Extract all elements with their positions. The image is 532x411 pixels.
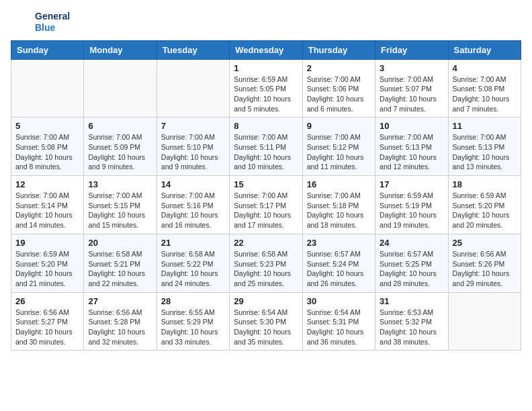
day-number: 1 — [234, 63, 298, 73]
day-number: 24 — [380, 238, 443, 248]
weekday-header-friday: Friday — [375, 40, 448, 59]
day-info: Sunrise: 6:56 AM Sunset: 5:26 PM Dayligh… — [453, 249, 517, 289]
svg-rect-0 — [11, 11, 32, 33]
calendar-cell: 5Sunrise: 7:00 AM Sunset: 5:08 PM Daylig… — [11, 118, 84, 176]
day-info: Sunrise: 6:59 AM Sunset: 5:20 PM Dayligh… — [15, 249, 79, 289]
weekday-header-sunday: Sunday — [11, 40, 84, 59]
weekday-header-row: SundayMondayTuesdayWednesdayThursdayFrid… — [11, 40, 521, 59]
calendar-cell: 17Sunrise: 6:59 AM Sunset: 5:19 PM Dayli… — [375, 176, 448, 234]
calendar-cell: 6Sunrise: 7:00 AM Sunset: 5:09 PM Daylig… — [84, 118, 157, 176]
logo-svg — [11, 11, 32, 33]
day-number: 29 — [234, 296, 298, 306]
day-info: Sunrise: 7:00 AM Sunset: 5:13 PM Dayligh… — [453, 132, 517, 172]
day-number: 31 — [380, 296, 443, 306]
calendar-cell: 3Sunrise: 7:00 AM Sunset: 5:07 PM Daylig… — [375, 59, 448, 118]
day-info: Sunrise: 7:00 AM Sunset: 5:12 PM Dayligh… — [307, 132, 371, 172]
day-number: 9 — [307, 121, 371, 131]
day-info: Sunrise: 7:00 AM Sunset: 5:17 PM Dayligh… — [234, 191, 298, 230]
calendar-cell: 11Sunrise: 7:00 AM Sunset: 5:13 PM Dayli… — [448, 118, 521, 176]
day-info: Sunrise: 6:59 AM Sunset: 5:20 PM Dayligh… — [453, 191, 517, 230]
calendar-cell: 28Sunrise: 6:55 AM Sunset: 5:29 PM Dayli… — [157, 292, 229, 351]
day-number: 26 — [15, 296, 79, 306]
calendar-cell: 20Sunrise: 6:58 AM Sunset: 5:21 PM Dayli… — [84, 234, 157, 292]
day-number: 14 — [161, 179, 225, 189]
logo-text: General Blue — [35, 11, 70, 34]
calendar-cell: 4Sunrise: 7:00 AM Sunset: 5:08 PM Daylig… — [448, 59, 521, 118]
day-number: 11 — [453, 121, 517, 131]
calendar-cell: 15Sunrise: 7:00 AM Sunset: 5:17 PM Dayli… — [230, 176, 302, 234]
calendar-cell: 24Sunrise: 6:57 AM Sunset: 5:25 PM Dayli… — [375, 234, 448, 292]
day-number: 21 — [161, 238, 225, 248]
calendar-week-row: 12Sunrise: 7:00 AM Sunset: 5:14 PM Dayli… — [11, 176, 521, 234]
calendar-week-row: 19Sunrise: 6:59 AM Sunset: 5:20 PM Dayli… — [11, 234, 521, 292]
day-info: Sunrise: 6:59 AM Sunset: 5:05 PM Dayligh… — [234, 75, 298, 114]
day-info: Sunrise: 6:59 AM Sunset: 5:19 PM Dayligh… — [380, 191, 443, 230]
day-info: Sunrise: 7:00 AM Sunset: 5:14 PM Dayligh… — [15, 191, 79, 230]
day-info: Sunrise: 6:57 AM Sunset: 5:25 PM Dayligh… — [380, 249, 443, 289]
calendar-cell: 22Sunrise: 6:58 AM Sunset: 5:23 PM Dayli… — [230, 234, 302, 292]
calendar-week-row: 26Sunrise: 6:56 AM Sunset: 5:27 PM Dayli… — [11, 292, 521, 351]
calendar-table: SundayMondayTuesdayWednesdayThursdayFrid… — [11, 40, 521, 351]
calendar-cell: 31Sunrise: 6:53 AM Sunset: 5:32 PM Dayli… — [375, 292, 448, 351]
day-number: 20 — [88, 238, 152, 248]
calendar-cell — [157, 59, 229, 118]
day-number: 13 — [88, 179, 152, 189]
day-number: 17 — [380, 179, 443, 189]
day-number: 16 — [307, 179, 371, 189]
calendar-cell: 29Sunrise: 6:54 AM Sunset: 5:30 PM Dayli… — [230, 292, 302, 351]
calendar-cell: 8Sunrise: 7:00 AM Sunset: 5:11 PM Daylig… — [230, 118, 302, 176]
day-number: 5 — [15, 121, 79, 131]
logo-line1: General — [35, 11, 70, 22]
day-info: Sunrise: 6:58 AM Sunset: 5:22 PM Dayligh… — [161, 249, 225, 289]
day-number: 23 — [307, 238, 371, 248]
day-number: 18 — [453, 179, 517, 189]
day-info: Sunrise: 6:55 AM Sunset: 5:29 PM Dayligh… — [161, 308, 225, 347]
day-info: Sunrise: 7:00 AM Sunset: 5:09 PM Dayligh… — [88, 132, 152, 172]
calendar-week-row: 1Sunrise: 6:59 AM Sunset: 5:05 PM Daylig… — [11, 59, 521, 118]
calendar-cell: 9Sunrise: 7:00 AM Sunset: 5:12 PM Daylig… — [302, 118, 375, 176]
day-info: Sunrise: 6:54 AM Sunset: 5:30 PM Dayligh… — [234, 308, 298, 347]
day-info: Sunrise: 7:00 AM Sunset: 5:08 PM Dayligh… — [15, 132, 79, 172]
day-info: Sunrise: 7:00 AM Sunset: 5:18 PM Dayligh… — [307, 191, 371, 230]
day-info: Sunrise: 7:00 AM Sunset: 5:16 PM Dayligh… — [161, 191, 225, 230]
calendar-week-row: 5Sunrise: 7:00 AM Sunset: 5:08 PM Daylig… — [11, 118, 521, 176]
calendar-cell: 25Sunrise: 6:56 AM Sunset: 5:26 PM Dayli… — [448, 234, 521, 292]
logo-line2: Blue — [35, 22, 70, 34]
calendar-cell: 30Sunrise: 6:54 AM Sunset: 5:31 PM Dayli… — [302, 292, 375, 351]
calendar-cell: 13Sunrise: 7:00 AM Sunset: 5:15 PM Dayli… — [84, 176, 157, 234]
day-info: Sunrise: 7:00 AM Sunset: 5:11 PM Dayligh… — [234, 132, 298, 172]
day-number: 6 — [88, 121, 152, 131]
calendar-cell: 26Sunrise: 6:56 AM Sunset: 5:27 PM Dayli… — [11, 292, 84, 351]
day-number: 12 — [15, 179, 79, 189]
day-number: 28 — [161, 296, 225, 306]
weekday-header-saturday: Saturday — [448, 40, 521, 59]
day-info: Sunrise: 7:00 AM Sunset: 5:15 PM Dayligh… — [88, 191, 152, 230]
day-number: 8 — [234, 121, 298, 131]
calendar-cell: 2Sunrise: 7:00 AM Sunset: 5:06 PM Daylig… — [302, 59, 375, 118]
day-info: Sunrise: 7:00 AM Sunset: 5:06 PM Dayligh… — [307, 75, 371, 114]
calendar-cell: 7Sunrise: 7:00 AM Sunset: 5:10 PM Daylig… — [157, 118, 229, 176]
day-info: Sunrise: 7:00 AM Sunset: 5:13 PM Dayligh… — [380, 132, 443, 172]
calendar-cell: 27Sunrise: 6:56 AM Sunset: 5:28 PM Dayli… — [84, 292, 157, 351]
calendar-cell — [84, 59, 157, 118]
day-number: 30 — [307, 296, 371, 306]
calendar-cell: 21Sunrise: 6:58 AM Sunset: 5:22 PM Dayli… — [157, 234, 229, 292]
day-number: 22 — [234, 238, 298, 248]
day-number: 10 — [380, 121, 443, 131]
day-info: Sunrise: 6:57 AM Sunset: 5:24 PM Dayligh… — [307, 249, 371, 289]
calendar-cell: 23Sunrise: 6:57 AM Sunset: 5:24 PM Dayli… — [302, 234, 375, 292]
calendar-cell — [448, 292, 521, 351]
day-number: 4 — [453, 63, 517, 73]
day-number: 27 — [88, 296, 152, 306]
day-number: 7 — [161, 121, 225, 131]
calendar-cell: 1Sunrise: 6:59 AM Sunset: 5:05 PM Daylig… — [230, 59, 302, 118]
calendar-cell: 14Sunrise: 7:00 AM Sunset: 5:16 PM Dayli… — [157, 176, 229, 234]
calendar-cell: 19Sunrise: 6:59 AM Sunset: 5:20 PM Dayli… — [11, 234, 84, 292]
weekday-header-thursday: Thursday — [302, 40, 375, 59]
day-info: Sunrise: 6:54 AM Sunset: 5:31 PM Dayligh… — [307, 308, 371, 347]
logo: General Blue — [11, 11, 70, 34]
day-info: Sunrise: 6:58 AM Sunset: 5:23 PM Dayligh… — [234, 249, 298, 289]
day-info: Sunrise: 7:00 AM Sunset: 5:07 PM Dayligh… — [380, 75, 443, 114]
day-info: Sunrise: 6:56 AM Sunset: 5:27 PM Dayligh… — [15, 308, 79, 347]
day-number: 2 — [307, 63, 371, 73]
